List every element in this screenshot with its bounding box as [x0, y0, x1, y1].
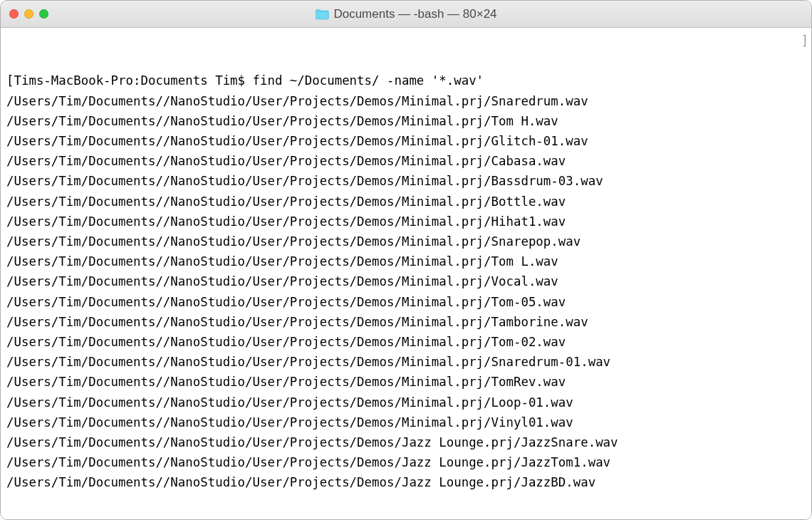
window-title: Documents — -bash — 80×24 [315, 7, 496, 21]
svg-rect-0 [316, 11, 328, 12]
terminal-output-line: /Users/Tim/Documents//NanoStudio/User/Pr… [6, 452, 806, 472]
terminal-output-line: /Users/Tim/Documents//NanoStudio/User/Pr… [6, 111, 806, 131]
terminal-output-line: /Users/Tim/Documents//NanoStudio/User/Pr… [6, 472, 806, 492]
terminal-output-line: /Users/Tim/Documents//NanoStudio/User/Pr… [6, 151, 806, 171]
folder-icon [315, 9, 329, 20]
scroll-indicator: ] [801, 31, 808, 51]
close-button[interactable] [9, 9, 19, 19]
terminal-output-line: /Users/Tim/Documents//NanoStudio/User/Pr… [6, 392, 806, 412]
terminal-output-line: /Users/Tim/Documents//NanoStudio/User/Pr… [6, 212, 806, 232]
window-title-text: Documents — -bash — 80×24 [333, 7, 496, 21]
terminal-output-line: /Users/Tim/Documents//NanoStudio/User/Pr… [6, 271, 806, 291]
terminal-output-line: /Users/Tim/Documents//NanoStudio/User/Pr… [6, 131, 806, 151]
window-titlebar[interactable]: Documents — -bash — 80×24 [1, 1, 811, 28]
terminal-output-line: /Users/Tim/Documents//NanoStudio/User/Pr… [6, 91, 806, 111]
terminal-window: Documents — -bash — 80×24 ][Tims-MacBook… [0, 0, 812, 520]
traffic-lights [9, 9, 48, 19]
terminal-output-line: /Users/Tim/Documents//NanoStudio/User/Pr… [6, 412, 806, 432]
terminal-output-line: /Users/Tim/Documents//NanoStudio/User/Pr… [6, 312, 806, 332]
terminal-output-line: /Users/Tim/Documents//NanoStudio/User/Pr… [6, 232, 806, 251]
terminal-prompt-line: [Tims-MacBook-Pro:Documents Tim$ find ~/… [6, 71, 806, 90]
terminal-output-line: /Users/Tim/Documents//NanoStudio/User/Pr… [6, 432, 806, 452]
maximize-button[interactable] [39, 9, 48, 19]
terminal-output-line: /Users/Tim/Documents//NanoStudio/User/Pr… [6, 372, 806, 392]
terminal-output-line: /Users/Tim/Documents//NanoStudio/User/Pr… [6, 292, 806, 312]
terminal-output-line: /Users/Tim/Documents//NanoStudio/User/Pr… [6, 251, 806, 271]
terminal-output-line: /Users/Tim/Documents//NanoStudio/User/Pr… [6, 192, 806, 212]
terminal-output-line: /Users/Tim/Documents//NanoStudio/User/Pr… [6, 171, 806, 191]
terminal-content[interactable]: ][Tims-MacBook-Pro:Documents Tim$ find ~… [1, 28, 811, 519]
minimize-button[interactable] [24, 9, 33, 19]
terminal-output-line: /Users/Tim/Documents//NanoStudio/User/Pr… [6, 332, 806, 352]
terminal-output-line: /Users/Tim/Documents//NanoStudio/User/Pr… [6, 352, 806, 372]
